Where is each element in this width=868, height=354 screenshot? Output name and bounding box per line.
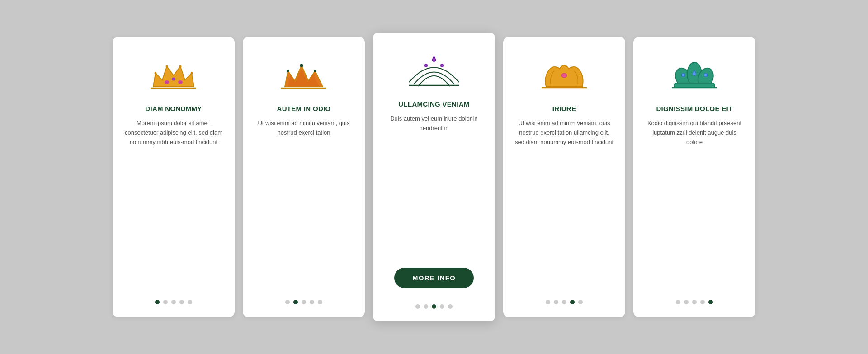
crown-gold-leaf-icon xyxy=(535,51,594,100)
card-2-dots xyxy=(285,300,322,304)
card-2-text: Ut wisi enim ad minim veniam, quis nostr… xyxy=(254,119,354,292)
card-4-title: IRIURE xyxy=(552,105,576,112)
card-4-dots xyxy=(546,300,583,304)
dot xyxy=(424,304,428,309)
crown-gold-gems-icon xyxy=(144,51,203,100)
card-3-text: Duis autem vel eum iriure dolor in hendr… xyxy=(384,114,484,260)
crown-teal-icon xyxy=(665,51,724,100)
svg-point-2 xyxy=(165,80,169,84)
svg-marker-16 xyxy=(432,56,436,62)
card-5: DIGNISSIM DOLOE EIT Kodio dignissim qui … xyxy=(633,37,755,317)
card-5-text: Kodio dignissim qui blandit praesent lup… xyxy=(644,119,745,292)
more-info-button[interactable]: MORE INFO xyxy=(394,268,474,288)
svg-point-5 xyxy=(155,72,157,75)
svg-point-17 xyxy=(425,64,427,67)
dot xyxy=(562,300,566,304)
svg-point-6 xyxy=(166,65,168,68)
dot xyxy=(188,300,192,304)
dot xyxy=(684,300,689,304)
svg-marker-1 xyxy=(153,66,194,87)
card-2: AUTEM IN ODIO Ut wisi enim ad minim veni… xyxy=(243,37,365,317)
tiara-purple-icon xyxy=(405,46,463,96)
svg-point-4 xyxy=(178,80,183,84)
svg-point-27 xyxy=(681,73,685,77)
dot xyxy=(570,300,575,304)
dot xyxy=(415,304,420,309)
dot xyxy=(708,300,713,304)
card-3: ULLAMCING VENIAM Duis autem vel eum iriu… xyxy=(373,33,495,321)
card-5-dots xyxy=(676,300,713,304)
dot xyxy=(448,304,453,309)
card-2-title: AUTEM IN ODIO xyxy=(277,105,331,112)
card-1-title: DIAM NONUMMY xyxy=(145,105,202,112)
card-1-dots xyxy=(155,300,192,304)
card-3-title: ULLAMCING VENIAM xyxy=(398,100,469,108)
dot xyxy=(440,304,444,309)
svg-point-28 xyxy=(704,73,708,77)
card-3-dots xyxy=(415,304,453,309)
dot xyxy=(318,300,322,304)
svg-point-20 xyxy=(561,73,567,78)
svg-rect-25 xyxy=(674,83,715,88)
dot xyxy=(171,300,176,304)
card-4-text: Ut wisi enim ad minim veniam, quis nostr… xyxy=(514,119,614,292)
card-1-text: Morem ipsum dolor sit amet, consectetuer… xyxy=(123,119,224,292)
svg-point-8 xyxy=(191,72,193,75)
dot xyxy=(554,300,558,304)
svg-point-7 xyxy=(179,65,182,68)
svg-point-12 xyxy=(287,70,289,72)
dot xyxy=(163,300,168,304)
dot xyxy=(285,300,290,304)
dot xyxy=(179,300,184,304)
dot xyxy=(578,300,583,304)
dot xyxy=(692,300,697,304)
dot xyxy=(432,304,436,309)
dot xyxy=(310,300,314,304)
dot xyxy=(700,300,705,304)
svg-point-3 xyxy=(172,78,175,81)
dot xyxy=(302,300,306,304)
card-5-title: DIGNISSIM DOLOE EIT xyxy=(656,105,732,112)
svg-point-14 xyxy=(314,70,316,72)
dot xyxy=(546,300,550,304)
crown-orange-icon xyxy=(274,51,333,100)
svg-point-13 xyxy=(300,64,303,67)
cards-container: DIAM NONUMMY Morem ipsum dolor sit amet,… xyxy=(85,14,783,340)
card-4: IRIURE Ut wisi enim ad minim veniam, qui… xyxy=(503,37,625,317)
dot xyxy=(676,300,680,304)
dot xyxy=(155,300,160,304)
dot xyxy=(293,300,298,304)
svg-point-18 xyxy=(441,64,443,67)
card-1: DIAM NONUMMY Morem ipsum dolor sit amet,… xyxy=(113,37,235,317)
